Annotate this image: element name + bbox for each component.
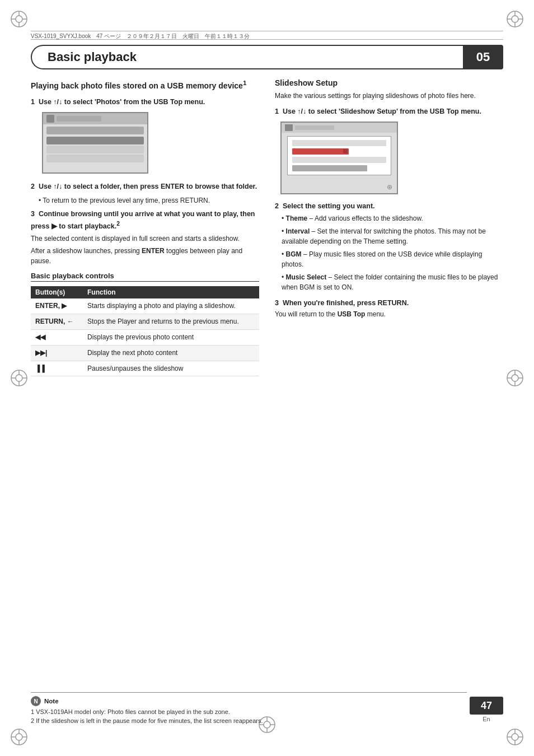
svg-point-13 bbox=[16, 734, 22, 740]
top-left-corner-decoration bbox=[10, 10, 28, 28]
page-number-badge: 47 bbox=[470, 697, 503, 715]
slideshow-bullets: • Theme – Add various effects to the sli… bbox=[275, 213, 503, 292]
slideshow-bullet: • Interval – Set the interval for switch… bbox=[275, 226, 503, 246]
step3-detail1: The selected content is displayed in ful… bbox=[31, 234, 259, 244]
slideshow-intro: Make the various settings for playing sl… bbox=[275, 91, 503, 101]
title-section: Basic playback 05 bbox=[31, 45, 503, 69]
step2-text: 2 Use ↑/↓ to select a folder, then press… bbox=[31, 181, 259, 192]
table-row: ▐▐Pauses/unpauses the slideshow bbox=[31, 361, 259, 376]
page-number-area: 47 En bbox=[470, 697, 503, 722]
footer-note-item: 2 If the slideshow is left in the pause … bbox=[31, 717, 467, 725]
svg-point-7 bbox=[512, 16, 518, 22]
step3-detail2: After a slideshow launches, pressing ENT… bbox=[31, 246, 259, 266]
table-cell-function: Starts displaying a photo and playing a … bbox=[83, 298, 259, 314]
page-title: Basic playback bbox=[48, 50, 137, 64]
svg-point-25 bbox=[16, 375, 22, 381]
note-label: Note bbox=[44, 698, 59, 704]
title-box: Basic playback bbox=[31, 45, 463, 69]
chapter-badge: 05 bbox=[463, 45, 503, 69]
header-rule-bottom bbox=[31, 39, 503, 40]
controls-table: Button(s) Function ENTER, ▶Starts displa… bbox=[31, 286, 259, 376]
step3-text: 3 Continue browsing until you arrive at … bbox=[31, 209, 259, 232]
table-row: ENTER, ▶Starts displaying a photo and pl… bbox=[31, 298, 259, 314]
page-lang: En bbox=[483, 716, 490, 722]
table-cell-button: RETURN, ← bbox=[31, 314, 83, 330]
right-column: Slideshow Setup Make the various setting… bbox=[275, 78, 503, 376]
header-rule-top bbox=[31, 31, 503, 31]
table-header-function: Function bbox=[83, 286, 259, 298]
mid-right-decoration bbox=[506, 369, 524, 387]
slideshow-bullet: • Theme – Add various effects to the sli… bbox=[275, 213, 503, 223]
bottom-left-corner-decoration bbox=[10, 728, 28, 746]
table-cell-button: ▐▐ bbox=[31, 361, 83, 376]
table-cell-button: ▶▶| bbox=[31, 345, 83, 361]
slideshow-step3-label: 3 When you're finished, press RETURN. bbox=[275, 299, 503, 307]
slideshow-step2-label: 2 Select the setting you want. bbox=[275, 202, 503, 210]
table-cell-button: ◀◀ bbox=[31, 330, 83, 346]
table-row: ◀◀Displays the previous photo content bbox=[31, 330, 259, 346]
slideshow-screen-mockup: ⊕ bbox=[280, 122, 398, 194]
table-cell-function: Stops the Player and returns to the prev… bbox=[83, 314, 259, 330]
section-heading: Playing back photo files stored on a USB… bbox=[31, 78, 259, 91]
table-row: RETURN, ←Stops the Player and returns to… bbox=[31, 314, 259, 330]
mid-left-decoration bbox=[10, 369, 28, 387]
step1-text: 1 Use ↑/↓ to select 'Photos' from the US… bbox=[31, 97, 259, 108]
table-header-button: Button(s) bbox=[31, 286, 83, 298]
top-right-corner-decoration bbox=[506, 10, 524, 28]
slideshow-bullet: • Music Select – Select the folder conta… bbox=[275, 272, 503, 292]
table-cell-function: Pauses/unpauses the slideshow bbox=[83, 361, 259, 376]
footer-notes-list: 1 VSX-1019AH model only: Photo files can… bbox=[31, 708, 467, 725]
step2-bullet: • To return to the previous level any ti… bbox=[31, 195, 259, 206]
footer-notes: N Note 1 VSX-1019AH model only: Photo fi… bbox=[31, 692, 467, 725]
slideshow-heading: Slideshow Setup bbox=[275, 78, 503, 87]
table-row: ▶▶|Display the next photo content bbox=[31, 345, 259, 361]
table-cell-function: Display the next photo content bbox=[83, 345, 259, 361]
svg-point-1 bbox=[16, 16, 22, 22]
note-icon: N bbox=[31, 696, 41, 706]
controls-heading: Basic playback controls bbox=[31, 272, 259, 282]
slideshow-step3-detail: You will return to the USB Top menu. bbox=[275, 309, 503, 319]
table-cell-button: ENTER, ▶ bbox=[31, 298, 83, 314]
footer-note-item: 1 VSX-1019AH model only: Photo files can… bbox=[31, 708, 467, 716]
usb-screen-mockup bbox=[42, 112, 148, 174]
svg-point-19 bbox=[512, 734, 518, 740]
slideshow-bullet: • BGM – Play music files stored on the U… bbox=[275, 249, 503, 269]
table-cell-function: Displays the previous photo content bbox=[83, 330, 259, 346]
bottom-right-corner-decoration bbox=[506, 728, 524, 746]
left-column: Playing back photo files stored on a USB… bbox=[31, 78, 259, 376]
svg-point-31 bbox=[512, 375, 518, 381]
main-content: Playing back photo files stored on a USB… bbox=[31, 78, 503, 376]
slideshow-step1: 1 Use ↑/↓ to select 'Slideshow Setup' fr… bbox=[275, 106, 503, 117]
